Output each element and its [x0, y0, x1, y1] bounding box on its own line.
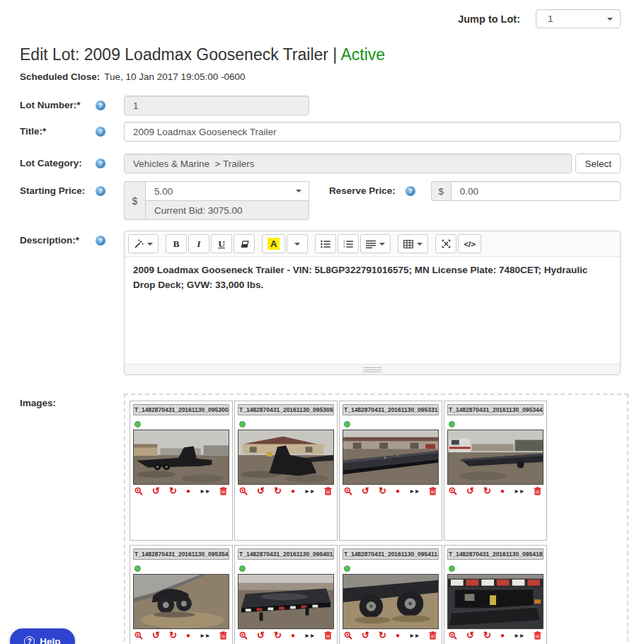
description-editor-content[interactable]: 2009 Loadmax Gooseneck Trailer - VIN: 5L… — [125, 257, 620, 364]
jump-to-lot-label: Jump to Lot: — [458, 13, 520, 25]
reserve-price-field[interactable] — [451, 181, 621, 201]
image-card[interactable]: T_1482870431_20161130_095309.jpg ↺ ↻ ● ►… — [234, 401, 338, 541]
rotate-right-icon[interactable]: ↻ — [274, 631, 282, 640]
trash-icon[interactable] — [534, 487, 541, 495]
underline-button[interactable]: U — [211, 234, 232, 253]
image-card[interactable]: T_1482870431_20161130_095300.jpg ↺ ↻ ● ►… — [130, 401, 233, 541]
image-actions: ↺ ↻ ● ►► — [340, 485, 442, 495]
rotate-right-icon[interactable]: ↻ — [483, 487, 491, 495]
image-card[interactable]: T_1482870431_20161130_095354.jpg ↺ ↻ ● ►… — [130, 545, 233, 644]
zoom-in-icon[interactable] — [239, 631, 248, 640]
red-circle-icon[interactable]: ● — [500, 487, 505, 495]
zoom-in-icon[interactable] — [344, 487, 352, 495]
clear-format-button[interactable] — [234, 234, 255, 253]
title-row: Title:* ? — [20, 122, 621, 142]
rotate-left-icon[interactable]: ↺ — [466, 631, 474, 640]
image-actions: ↺ ↻ ● ►► — [444, 629, 546, 640]
rotate-right-icon[interactable]: ↻ — [169, 631, 177, 640]
reserve-price-group: $ — [431, 181, 621, 220]
double-arrow-forward-icon[interactable]: ►► — [409, 631, 420, 640]
red-circle-icon[interactable]: ● — [291, 631, 295, 640]
red-circle-icon[interactable]: ● — [396, 631, 400, 640]
red-circle-icon[interactable]: ● — [396, 487, 400, 495]
image-filename: T_1482870431_20161130_095411.jpg — [343, 548, 439, 560]
image-card[interactable]: T_1482870431_20161130_095411.jpg ↺ ↻ ● ►… — [339, 545, 442, 644]
zoom-in-icon[interactable] — [134, 487, 143, 495]
rotate-left-icon[interactable]: ↺ — [257, 487, 265, 495]
zoom-in-icon[interactable] — [239, 487, 248, 495]
rich-text-editor: B I U A 123 — [124, 231, 621, 375]
font-color-button[interactable]: A — [262, 234, 285, 253]
editor-resize-bar[interactable] — [125, 364, 620, 374]
help-icon[interactable]: ? — [406, 186, 415, 196]
help-icon[interactable]: ? — [96, 186, 105, 196]
codeview-button[interactable]: </> — [458, 234, 481, 253]
trash-icon[interactable] — [219, 631, 227, 640]
trash-icon[interactable] — [219, 487, 227, 495]
font-color-letter: A — [268, 238, 280, 250]
trash-icon[interactable] — [324, 631, 332, 640]
trash-icon[interactable] — [429, 631, 437, 640]
zoom-in-icon[interactable] — [344, 631, 352, 640]
image-photo — [343, 430, 439, 485]
rotate-left-icon[interactable]: ↺ — [362, 631, 369, 640]
category-select-button[interactable]: Select — [575, 154, 621, 173]
trash-icon[interactable] — [429, 487, 437, 495]
rotate-left-icon[interactable]: ↺ — [257, 631, 265, 640]
double-arrow-forward-icon[interactable]: ►► — [514, 487, 524, 495]
double-arrow-forward-icon[interactable]: ►► — [304, 487, 315, 495]
image-card[interactable]: T_1482870431_20161130_095401.jpg ↺ ↻ ● ►… — [234, 545, 338, 644]
style-dropdown-button[interactable] — [128, 234, 159, 253]
rotate-left-icon[interactable]: ↺ — [152, 487, 160, 495]
image-card[interactable]: T_1482870431_20161130_095331.jpg ↺ ↻ ● ►… — [339, 401, 442, 541]
red-circle-icon[interactable]: ● — [500, 631, 505, 640]
double-arrow-forward-icon[interactable]: ►► — [200, 487, 210, 495]
caret-down-icon — [417, 243, 422, 246]
font-color-dropdown-button[interactable] — [287, 234, 308, 253]
italic-button[interactable]: I — [188, 234, 209, 253]
image-actions: ↺ ↻ ● ►► — [235, 629, 337, 640]
zoom-in-icon[interactable] — [134, 631, 143, 640]
ordered-list-button[interactable]: 123 — [338, 234, 359, 253]
rotate-right-icon[interactable]: ↻ — [483, 631, 491, 640]
zoom-in-icon[interactable] — [449, 631, 457, 640]
paragraph-align-button[interactable] — [360, 234, 391, 253]
trash-icon[interactable] — [534, 631, 541, 640]
unordered-list-button[interactable] — [315, 234, 336, 253]
double-arrow-forward-icon[interactable]: ►► — [514, 631, 524, 640]
jump-to-lot-select[interactable]: 1 — [536, 9, 621, 28]
image-card[interactable]: T_1482870431_20161130_095418.jpg ↺ ↻ ● ►… — [444, 545, 547, 644]
align-icon — [366, 240, 376, 248]
rotate-left-icon[interactable]: ↺ — [362, 487, 369, 495]
rotate-right-icon[interactable]: ↻ — [379, 487, 386, 495]
title-field[interactable] — [124, 122, 621, 142]
help-icon[interactable]: ? — [96, 159, 105, 168]
image-card[interactable]: T_1482870431_20161130_095344.jpg ↺ ↻ ● ►… — [444, 401, 547, 541]
help-button[interactable]: ? Help — [10, 628, 75, 644]
help-icon[interactable]: ? — [96, 236, 105, 246]
rotate-left-icon[interactable]: ↺ — [152, 631, 160, 640]
rotate-right-icon[interactable]: ↻ — [274, 487, 282, 495]
red-circle-icon[interactable]: ● — [186, 487, 190, 495]
reserve-price-block: Reserve Price: ? $ — [329, 181, 621, 220]
double-arrow-forward-icon[interactable]: ►► — [409, 487, 420, 495]
fullscreen-button[interactable] — [435, 234, 456, 253]
rotate-right-icon[interactable]: ↻ — [379, 631, 386, 640]
double-arrow-forward-icon[interactable]: ►► — [304, 631, 315, 640]
eraser-icon — [239, 240, 249, 248]
red-circle-icon[interactable]: ● — [186, 631, 190, 640]
starting-price-select[interactable]: 5.00 — [145, 181, 309, 201]
status-dot-icon — [449, 565, 455, 572]
table-button[interactable] — [398, 234, 428, 253]
double-arrow-forward-icon[interactable]: ►► — [200, 631, 210, 640]
trash-icon[interactable] — [324, 487, 332, 495]
bold-button[interactable]: B — [166, 234, 187, 253]
red-circle-icon[interactable]: ● — [291, 487, 295, 495]
help-icon[interactable]: ? — [96, 100, 105, 110]
zoom-in-icon[interactable] — [449, 487, 457, 495]
page-title-text: Edit Lot: 2009 Loadmax Gooseneck Trailer — [20, 45, 328, 64]
jump-to-lot-value: 1 — [548, 13, 553, 24]
rotate-right-icon[interactable]: ↻ — [169, 487, 177, 495]
help-icon[interactable]: ? — [96, 127, 105, 137]
rotate-left-icon[interactable]: ↺ — [466, 487, 474, 495]
